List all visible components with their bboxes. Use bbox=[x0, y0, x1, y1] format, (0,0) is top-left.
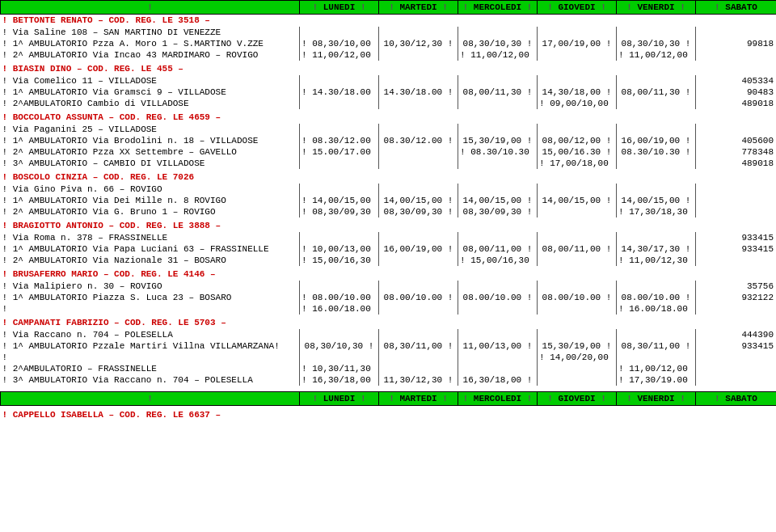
campanati-address: ! Via Raccano n. 704 – POLESELLA 444390 bbox=[1, 329, 777, 340]
section-header-boscolo: ! BOSCOLO CINZIA – COD. REG. LE 7026 bbox=[1, 171, 777, 184]
campanati-extra1: ! ! 14,00/20,00 ! bbox=[1, 352, 777, 363]
section-title-bragiotto: ! BRAGIOTTO ANTONIO – COD. REG. LE 3888 … bbox=[1, 220, 777, 232]
campanati-amb2: ! 2^AMBULATORIO – FRASSINELLE ! 10,30/11… bbox=[1, 363, 777, 374]
boccolato-address: ! Via Paganini 25 – VILLADOSE bbox=[1, 124, 777, 135]
boccolato-amb2: ! 2^ AMBULATORIO Pzza XX Settembre – GAV… bbox=[1, 146, 777, 158]
header-name: ! bbox=[1, 1, 300, 15]
section-header-boccolato: ! BOCCOLATO ASSUNTA – COD. REG. LE 4659 … bbox=[1, 112, 777, 124]
boscolo-amb2: ! 2^ AMBULATORIO Via G. Bruno 1 – ROVIGO… bbox=[1, 206, 777, 217]
bettonte-amb1: ! 1^ AMBULATORIO Pzza A. Moro 1 – S.MART… bbox=[1, 38, 777, 49]
bragiotto-address: ! Via Roma n. 378 – FRASSINELLE 933415 bbox=[1, 232, 777, 243]
header-mercoledi: ! MERCOLEDI ! bbox=[458, 1, 538, 15]
section-header-campanati: ! CAMPANATI FABRIZIO – COD. REG. LE 5703… bbox=[1, 317, 777, 329]
header-giovedi: ! GIOVEDI ! bbox=[538, 1, 617, 15]
section-header-bettonte: ! BETTONTE RENATO – COD. REG. LE 3518 – bbox=[1, 15, 777, 27]
boccolato-amb1: ! 1^ AMBULATORIO Via Brodolini n. 18 – V… bbox=[1, 135, 777, 146]
footer-header-row: ! ! LUNEDI ! ! MARTEDI ! ! MERCOLEDI ! !… bbox=[1, 392, 777, 406]
section-title-campanati: ! CAMPANATI FABRIZIO – COD. REG. LE 5703… bbox=[1, 317, 777, 329]
section-title-brusaferro: ! BRUSAFERRO MARIO – COD. REG. LE 4146 – bbox=[1, 268, 777, 281]
bettonte-amb2: ! 2^ AMBULATORIO Via Incao 43 MARDIMARO … bbox=[1, 49, 777, 61]
header-venerdi: ! VENERDI ! bbox=[617, 1, 696, 15]
footer-martedi: ! MARTEDI ! bbox=[379, 392, 458, 406]
campanati-amb3: ! 3^ AMBULATORIO Via Raccano n. 704 – PO… bbox=[1, 374, 777, 386]
section-header-bragiotto: ! BRAGIOTTO ANTONIO – COD. REG. LE 3888 … bbox=[1, 220, 777, 232]
biasin-address: ! Via Comelico 11 – VILLADOSE 405334 bbox=[1, 75, 777, 87]
biasin-amb1: ! 1^ AMBULATORIO Via Gramsci 9 – VILLADO… bbox=[1, 87, 777, 98]
brusaferro-address: ! Via Malipiero n. 30 – ROVIGO 35756 bbox=[1, 281, 777, 292]
schedule-container: ! ! LUNEDI ! ! MARTEDI ! ! MERCOLEDI ! !… bbox=[0, 0, 776, 421]
footer-venerdi: ! VENERDI ! bbox=[617, 392, 696, 406]
boscolo-address: ! Via Gino Piva n. 66 – ROVIGO bbox=[1, 184, 777, 195]
boccolato-amb3: ! 3^ AMBULATORIO – CAMBIO DI VILLADOSE !… bbox=[1, 158, 777, 169]
section-title-biasin: ! BIASIN DINO – COD. REG. LE 455 – bbox=[1, 63, 777, 75]
bettonte-address: ! Via Saline 108 – SAN MARTINO DI VENEZZ… bbox=[1, 27, 777, 38]
section-title-boccolato: ! BOCCOLATO ASSUNTA – COD. REG. LE 4659 … bbox=[1, 112, 777, 124]
header-martedi: ! MARTEDI ! bbox=[379, 1, 458, 15]
boscolo-amb1: ! 1^ AMBULATORIO Via Dei Mille n. 8 ROVI… bbox=[1, 195, 777, 206]
section-title-boscolo: ! BOSCOLO CINZIA – COD. REG. LE 7026 bbox=[1, 171, 777, 184]
footer-sabato: ! SABATO bbox=[696, 392, 777, 406]
section-header-brusaferro: ! BRUSAFERRO MARIO – COD. REG. LE 4146 – bbox=[1, 268, 777, 281]
section-title-bettonte: ! BETTONTE RENATO – COD. REG. LE 3518 – bbox=[1, 15, 777, 27]
footer-mercoledi: ! MERCOLEDI ! bbox=[458, 392, 538, 406]
section-title-cappello: ! CAPPELLO ISABELLA – COD. REG. LE 6637 … bbox=[1, 409, 777, 421]
section-header-biasin: ! BIASIN DINO – COD. REG. LE 455 – bbox=[1, 63, 777, 75]
footer-lunedi: ! LUNEDI ! bbox=[300, 392, 379, 406]
biasin-amb2: ! 2^AMBULATORIO Cambio di VILLADOSE ! 09… bbox=[1, 98, 777, 109]
footer-giovedi: ! GIOVEDI ! bbox=[538, 392, 617, 406]
brusaferro-amb1-extra: ! ! 16.00/18.00 ! ! 16.00/18.00 ! bbox=[1, 303, 777, 315]
bettonte-addr-text: ! Via Saline 108 – SAN MARTINO DI VENEZZ… bbox=[1, 27, 300, 38]
bragiotto-amb1: ! 1^ AMBULATORIO Via Papa Luciani 63 – F… bbox=[1, 243, 777, 255]
section-header-cappello: ! CAPPELLO ISABELLA – COD. REG. LE 6637 … bbox=[1, 409, 777, 421]
schedule-table: ! ! LUNEDI ! ! MARTEDI ! ! MERCOLEDI ! !… bbox=[0, 0, 776, 421]
brusaferro-amb1: ! 1^ AMBULATORIO Piazza S. Luca 23 – BOS… bbox=[1, 292, 777, 303]
footer-name-cell: ! bbox=[1, 392, 300, 406]
header-row: ! ! LUNEDI ! ! MARTEDI ! ! MERCOLEDI ! !… bbox=[1, 1, 777, 15]
bragiotto-amb2: ! 2^ AMBULATORIO Via Nazionale 31 – BOSA… bbox=[1, 255, 777, 266]
header-sabato: ! SABATO bbox=[696, 1, 777, 15]
campanati-amb1: ! 1^ AMBULATORIO Pzzale Martiri Villna V… bbox=[1, 340, 777, 352]
header-lunedi: ! LUNEDI ! bbox=[300, 1, 379, 15]
